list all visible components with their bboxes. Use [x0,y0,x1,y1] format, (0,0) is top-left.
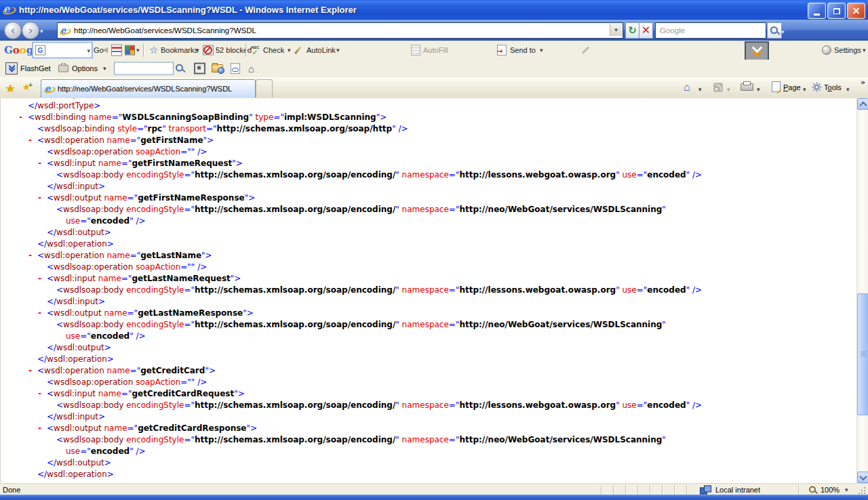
collapse-marker[interactable]: - [37,388,47,400]
home-dropdown[interactable]: ▾ [698,86,702,93]
xml-token: =" [80,446,91,456]
bookmarks-button[interactable]: Bookmarks [161,46,198,54]
xml-token: < [37,251,44,260]
home-button[interactable]: ⌂ [684,81,690,93]
site-folder-icon[interactable] [212,64,223,72]
scroll-down-button[interactable] [857,472,868,483]
xml-token: encoded [647,400,686,410]
collapse-marker[interactable]: - [18,112,28,123]
settings-icon[interactable] [822,45,831,55]
restore-button[interactable] [827,3,846,19]
print-dropdown[interactable]: ▾ [757,86,760,93]
autolink-dropdown[interactable]: ▾ [336,47,340,54]
capture-target-icon[interactable] [194,63,205,75]
xml-token: " /> [130,446,145,456]
google-logo-letter: o [13,44,20,56]
new-tab-stub[interactable] [256,79,273,98]
xml-line: <wsdlsoap:body encodingStyle="http://sch… [1,204,857,215]
search-dropdown[interactable]: ▾ [781,28,785,35]
speaker-icon[interactable] [103,47,108,54]
collapse-marker[interactable]: - [37,273,47,285]
collapse-marker[interactable]: - [37,423,47,434]
collapse-marker[interactable]: - [37,158,47,169]
recent-pages-dropdown[interactable]: ▾ [40,28,43,35]
window-title: http://neo/WebGoat/services/WSDLScanning… [19,5,357,15]
collapse-marker[interactable]: - [28,365,37,377]
bookmarks-star-icon[interactable]: ☆ [149,44,158,56]
spellcheck-icon[interactable]: ABC ✓ [250,45,260,56]
check-dropdown[interactable]: ▾ [288,47,291,54]
collapse-marker[interactable]: - [28,135,37,146]
search-site-icon[interactable] [125,45,135,56]
home-icon[interactable]: ⌂ [248,63,254,75]
xml-token: http://neo/WebGoat/services/WSDLScanning [459,435,662,444]
xml-token: < [47,389,54,398]
send-to-button[interactable]: Send to [510,46,536,54]
search-button[interactable] [767,22,782,39]
autolink-button[interactable]: AutoLink [307,46,336,54]
google-logo-letter: o [20,44,26,56]
address-bar[interactable]: e http://neo/WebGoat/services/WSDLScanni… [57,22,623,39]
page-dropdown[interactable]: ▾ [803,86,806,93]
autolink-wand-icon[interactable] [294,46,302,54]
gear-icon [812,82,822,93]
minimize-button[interactable] [808,3,826,19]
options-button[interactable]: Options [72,64,98,72]
forward-button[interactable]: › [22,22,39,39]
feeds-dropdown: ▾ [727,86,730,93]
xml-token: > [107,239,114,249]
print-button[interactable] [741,83,753,91]
minimize-icon [814,14,820,16]
zoom-magnifier-icon[interactable] [808,485,817,494]
news-search-icon[interactable] [111,45,122,56]
search-site-dropdown[interactable]: ▾ [136,47,140,54]
ie-logo-icon: e [3,4,15,16]
download-links-icon[interactable] [231,63,240,74]
xml-token: "> [205,366,216,375]
add-favorite-button[interactable]: ★+ [22,82,35,92]
xml-line: -<wsdl:operation name="getFirstName"> [1,135,857,146]
settings-button[interactable]: Settings [834,46,861,54]
favorites-center-button[interactable]: ★ [5,82,15,95]
page-menu-button[interactable]: Page [783,83,801,91]
zoom-dropdown[interactable]: ▾ [845,486,848,493]
settings-dropdown[interactable]: ▾ [863,47,866,54]
toolbar-overflow-chevron[interactable]: » [861,79,865,86]
tools-menu-button[interactable]: Tools [824,83,842,91]
send-to-icon[interactable] [497,45,507,56]
tab-active[interactable]: e http://neo/WebGoat/services/WSDLScanni… [41,79,256,98]
send-to-dropdown[interactable]: ▾ [540,47,543,54]
collapse-marker[interactable]: - [37,192,47,204]
flashget-dropzone[interactable] [745,41,769,61]
collapse-marker[interactable]: - [28,250,37,262]
options-toolbox-icon[interactable] [58,65,68,72]
toolbar-separator [143,43,144,57]
bookmarks-dropdown[interactable]: ▾ [196,47,199,54]
refresh-button[interactable]: ↻ [625,22,639,39]
xml-token: http://schemas.xmlsoap.org/soap/encoding… [195,205,395,214]
scroll-up-button[interactable] [857,98,868,110]
go-button[interactable]: Go [94,46,104,54]
tools-dropdown[interactable]: ▾ [846,86,850,93]
xml-token: encoded [647,285,686,295]
address-dropdown[interactable]: ▾ [610,24,622,36]
stop-button[interactable]: ✕ [639,22,653,39]
flashget-input[interactable] [114,62,174,75]
tab-bar: ★ ★+ e http://neo/WebGoat/services/WSDLS… [0,77,868,100]
close-button[interactable]: ✕ [847,3,865,19]
check-button[interactable]: Check [263,46,284,54]
xml-token: " [662,320,666,329]
scrollbar-thumb[interactable] [857,293,868,415]
xml-token: wsdlsoap:body [63,320,123,329]
collapse-marker[interactable]: - [37,308,47,319]
back-button[interactable]: ‹ [4,22,22,39]
options-dropdown[interactable]: ▾ [103,65,106,72]
popup-blocker-icon[interactable] [203,45,214,56]
site-search-icon[interactable] [175,64,186,74]
google-search-combo[interactable]: G ▾ [32,42,93,59]
search-input[interactable]: Google [655,22,766,39]
xml-token: "> [376,112,387,122]
combo-dropdown-icon[interactable]: ▾ [87,47,92,54]
vertical-scrollbar[interactable] [856,98,868,483]
zoom-level[interactable]: 100% [821,486,840,494]
